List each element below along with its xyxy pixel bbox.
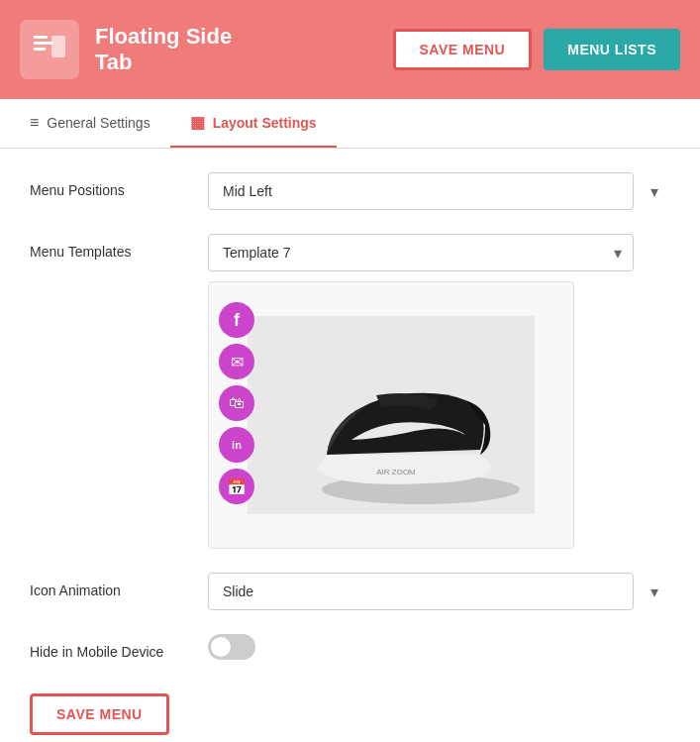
svg-rect-2: [34, 48, 46, 51]
svg-rect-1: [34, 42, 53, 45]
menu-templates-label: Menu Templates: [30, 234, 188, 260]
shoe-svg: AIR ZOOM: [248, 316, 535, 514]
menu-positions-control: Mid Left Mid Right Top Left Top Right Bo…: [208, 172, 670, 210]
linkedin-float-icon: in: [219, 427, 254, 463]
icon-animation-select-wrapper: Slide Bounce Fade None ▾: [208, 573, 670, 610]
icon-animation-label: Icon Animation: [30, 573, 188, 598]
app-icon: [32, 32, 67, 67]
svg-rect-3: [51, 36, 65, 57]
shop-float-icon: 🛍: [219, 385, 254, 421]
tab-general-settings[interactable]: ≡ General Settings: [10, 99, 170, 148]
save-menu-bottom-wrapper: SAVE MENU: [30, 684, 670, 735]
floating-icons-list: f ✉ 🛍 in 📅: [219, 302, 254, 504]
svg-text:AIR ZOOM: AIR ZOOM: [376, 468, 416, 477]
icon-animation-row: Icon Animation Slide Bounce Fade None ▾: [30, 573, 670, 610]
layout-settings-icon: ▦: [190, 113, 205, 132]
template-preview-box: f ✉ 🛍 in 📅: [208, 281, 574, 549]
hide-mobile-toggle-wrapper: [208, 634, 670, 660]
tab-layout-label: Layout Settings: [213, 115, 317, 131]
menu-positions-select-wrapper: Mid Left Mid Right Top Left Top Right Bo…: [208, 172, 670, 210]
tabs-bar: ≡ General Settings ▦ Layout Settings: [0, 99, 700, 149]
save-menu-header-button[interactable]: SAVE MENU: [393, 29, 533, 70]
menu-positions-chevron-icon: ▾: [650, 182, 658, 201]
facebook-float-icon: f: [219, 302, 254, 338]
header-buttons: SAVE MENU MENU LISTS: [393, 29, 680, 70]
icon-animation-chevron-icon: ▾: [650, 583, 658, 601]
menu-templates-row: Menu Templates Template 1 Template 2 Tem…: [30, 234, 670, 549]
app-title-text: Floating SideTab: [95, 24, 232, 76]
svg-rect-0: [34, 36, 48, 39]
hide-mobile-label: Hide in Mobile Device: [30, 634, 188, 660]
shoe-preview-image: AIR ZOOM: [209, 282, 573, 548]
menu-positions-row: Menu Positions Mid Left Mid Right Top Le…: [30, 172, 670, 210]
menu-templates-select-wrapper: Template 1 Template 2 Template 3 Templat…: [208, 234, 634, 271]
hide-mobile-control: [208, 634, 670, 660]
toggle-slider: [208, 634, 255, 660]
main-content: Menu Positions Mid Left Mid Right Top Le…: [0, 149, 700, 742]
menu-templates-select[interactable]: Template 1 Template 2 Template 3 Templat…: [208, 234, 634, 271]
calendar-float-icon: 📅: [219, 469, 254, 504]
icon-animation-control: Slide Bounce Fade None ▾: [208, 573, 670, 610]
app-icon-box: [20, 20, 79, 79]
tab-general-label: General Settings: [47, 115, 150, 131]
menu-templates-right: Template 1 Template 2 Template 3 Templat…: [208, 234, 634, 549]
icon-animation-select[interactable]: Slide Bounce Fade None: [208, 573, 634, 610]
header-left: Floating SideTab: [20, 20, 232, 79]
hide-mobile-row: Hide in Mobile Device: [30, 634, 670, 660]
app-title: Floating SideTab: [95, 24, 232, 76]
menu-positions-select[interactable]: Mid Left Mid Right Top Left Top Right Bo…: [208, 172, 634, 210]
header: Floating SideTab SAVE MENU MENU LISTS: [0, 0, 700, 99]
save-menu-bottom-button[interactable]: SAVE MENU: [30, 693, 169, 735]
menu-positions-label: Menu Positions: [30, 172, 188, 198]
email-float-icon: ✉: [219, 344, 254, 379]
menu-lists-button[interactable]: MENU LISTS: [544, 29, 680, 70]
general-settings-icon: ≡: [30, 114, 39, 132]
tab-layout-settings[interactable]: ▦ Layout Settings: [170, 99, 337, 148]
hide-mobile-toggle[interactable]: [208, 634, 255, 660]
